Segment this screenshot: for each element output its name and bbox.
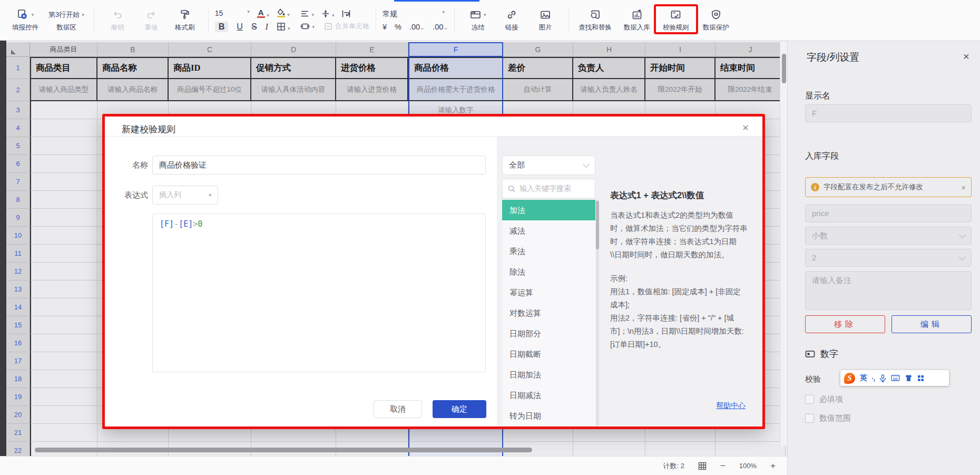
row-number-22[interactable]: 22 [6, 442, 30, 456]
cancel-button[interactable]: 取消 [374, 400, 422, 418]
row-number-7[interactable]: 7 [6, 173, 30, 191]
horizontal-scrollbar-thumb[interactable] [35, 448, 532, 452]
function-item-除法[interactable]: 除法 [502, 261, 595, 282]
merge-cells-button[interactable]: 合并单元格 [324, 22, 369, 31]
row-number-17[interactable]: 17 [6, 352, 30, 370]
cell-r22c7[interactable] [573, 442, 645, 456]
panel-close-icon[interactable]: × [963, 51, 969, 62]
row-number-15[interactable]: 15 [6, 316, 30, 334]
cell-r22c8[interactable] [645, 442, 716, 456]
validation-rules-button[interactable]: 校验规则 [659, 8, 693, 32]
row-number-10[interactable]: 10 [6, 227, 30, 245]
cell-r1c0[interactable]: 商品类目 [30, 57, 97, 79]
function-search-input[interactable]: 输入关键字搜索 [502, 179, 595, 198]
cell-r1c4[interactable]: 进货价格 [336, 57, 408, 79]
cell-r10c0[interactable] [30, 227, 97, 245]
cell-r1c7[interactable]: 负责人 [573, 57, 645, 79]
cell-r2c5[interactable]: 商品价格需大于进货价格 [408, 79, 503, 101]
cell-r1c6[interactable]: 差价 [503, 57, 573, 79]
strikethrough-button[interactable]: S [251, 22, 257, 32]
ime-punctuation-toggle[interactable]: ·, [872, 374, 875, 382]
cell-r2c1[interactable]: 请输入商品名称 [97, 79, 169, 101]
format-painter-button[interactable]: 格式刷 [168, 8, 202, 32]
row-number-6[interactable]: 6 [6, 155, 30, 173]
list-scrollbar[interactable] [596, 200, 599, 425]
vertical-align-button[interactable]: ▾ [321, 9, 335, 18]
row-number-21[interactable]: 21 [6, 424, 30, 442]
cell-r20c0[interactable] [30, 406, 97, 424]
column-header-B[interactable]: B [97, 42, 169, 57]
undo-button[interactable]: 撤销 [101, 8, 134, 32]
function-item-加法[interactable]: 加法 [502, 200, 595, 220]
row-number-13[interactable]: 13 [6, 280, 30, 298]
cell-r7c0[interactable] [30, 173, 97, 191]
range-checkbox[interactable] [805, 414, 814, 423]
bold-button[interactable]: B [215, 22, 229, 32]
number-format-select[interactable]: 常规 ▾ [383, 9, 445, 19]
column-header-G[interactable]: G [503, 42, 573, 57]
link-button[interactable]: 链接 [495, 8, 528, 32]
freeze-button[interactable]: ▾ 冻结 [461, 8, 495, 32]
column-header-I[interactable]: I [645, 42, 716, 57]
row-number-12[interactable]: 12 [6, 263, 30, 280]
indent-button[interactable]: ▾ [300, 23, 315, 30]
italic-button[interactable]: I [266, 22, 268, 32]
row-number-11[interactable]: 11 [6, 245, 30, 263]
function-item-日期加法[interactable]: 日期加法 [502, 364, 595, 385]
cell-r2c8[interactable]: 限2022年开始 [645, 79, 716, 101]
row-number-1[interactable]: 1 [6, 57, 30, 79]
row-number-3[interactable]: 3 [6, 101, 30, 119]
data-zone-button[interactable]: 第3行开始▾ 数据区 [45, 8, 87, 32]
underline-button[interactable]: U [237, 22, 243, 32]
column-header-F[interactable]: F [408, 42, 503, 57]
row-number-16[interactable]: 16 [6, 334, 30, 352]
function-item-减法[interactable]: 减法 [502, 220, 595, 241]
cell-r12c0[interactable] [30, 263, 97, 280]
cell-r1c9[interactable]: 结束时间 [716, 57, 786, 79]
cell-r13c0[interactable] [30, 280, 97, 298]
cell-r1c3[interactable]: 促销方式 [251, 57, 336, 79]
ime-language-toggle[interactable]: 英 [860, 373, 867, 383]
redo-button[interactable]: 重做 [134, 8, 168, 32]
cell-r2c2[interactable]: 商品编号不超过10位 [169, 79, 251, 101]
cell-r2c3[interactable]: 请输入具体活动内容 [251, 79, 336, 101]
row-number-9[interactable]: 9 [6, 209, 30, 227]
remove-button[interactable]: 移除 [805, 315, 885, 333]
ime-toolbar[interactable]: S 英 ·, [840, 370, 949, 386]
cell-r2c9[interactable]: 限2022年结束 [716, 79, 786, 101]
grid-view-icon[interactable] [698, 462, 707, 470]
cell-r2c4[interactable]: 请输入进货价格 [336, 79, 408, 101]
find-replace-button[interactable]: 查找和替换 [575, 8, 615, 32]
grid-corner[interactable] [6, 42, 30, 57]
cell-r17c0[interactable] [30, 352, 97, 370]
cell-r1c2[interactable]: 商品ID [169, 57, 251, 79]
column-header-商品类目[interactable]: 商品类目 [30, 42, 97, 57]
cell-r4c0[interactable] [30, 119, 97, 137]
cell-r14c0[interactable] [30, 298, 97, 316]
row-number-5[interactable]: 5 [6, 137, 30, 155]
toolbox-grid-icon[interactable] [917, 375, 924, 382]
required-checkbox[interactable] [805, 395, 814, 404]
vertical-scrollbar-thumb[interactable] [782, 54, 786, 83]
column-header-D[interactable]: D [251, 42, 336, 57]
cell-r9c0[interactable] [30, 209, 97, 227]
cell-r11c0[interactable] [30, 245, 97, 263]
vertical-scrollbar[interactable] [780, 42, 787, 446]
field-type-select[interactable]: 小数 [805, 227, 972, 245]
horizontal-align-button[interactable]: ▾ [300, 10, 314, 17]
field-name-input[interactable]: price [805, 205, 972, 222]
warning-close-icon[interactable]: × [961, 183, 966, 192]
column-header-J[interactable]: J [716, 42, 786, 57]
currency-button[interactable]: ¥ [383, 23, 387, 31]
insert-column-select[interactable]: 插入列 ▾ [152, 186, 218, 205]
function-item-日期部分[interactable]: 日期部分 [502, 323, 595, 344]
row-number-8[interactable]: 8 [6, 191, 30, 209]
fill-widget-button[interactable]: ▾ 填报控件 [8, 8, 42, 32]
data-protection-button[interactable]: 数据保护 [699, 8, 733, 32]
cell-r2c7[interactable]: 请输入负责人姓名 [573, 79, 645, 101]
function-item-日期减法[interactable]: 日期减法 [502, 385, 595, 405]
font-color-button[interactable]: A ▾ [257, 8, 269, 18]
expression-editor[interactable]: [F]-[E]>0 [152, 214, 486, 372]
row-number-20[interactable]: 20 [6, 406, 30, 424]
cell-r18c0[interactable] [30, 370, 97, 388]
